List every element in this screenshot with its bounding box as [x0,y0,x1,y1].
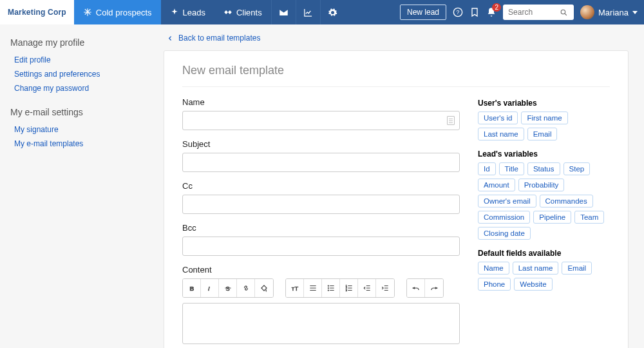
sidebar-heading-email: My e-mail settings [10,107,138,117]
strike-button[interactable]: S [219,279,237,297]
svg-text:?: ? [457,9,460,15]
bcc-input[interactable] [182,237,460,256]
default-vars-heading: Default fields available [478,249,610,258]
content-editor[interactable] [182,303,460,344]
bold-button[interactable]: B [183,279,201,297]
lead-var-chip-3[interactable]: Step [564,162,591,175]
italic-button[interactable]: I [201,279,219,297]
user-var-chip-1[interactable]: First name [521,111,567,124]
search-icon [560,8,568,17]
lead-var-chip-4[interactable]: Amount [478,179,515,191]
align-button[interactable] [304,279,322,297]
sidebar-link-email-templates[interactable]: My e-mail templates [14,137,138,151]
list-ol-button[interactable]: 123 [340,279,358,297]
default-var-chip-3[interactable]: Phone [478,278,511,291]
label-cc: Cc [182,181,460,191]
new-lead-button[interactable]: New lead [400,5,446,20]
notifications-icon[interactable]: 2 [486,7,497,17]
card: New email template Name Subject [164,50,629,348]
search-input[interactable] [508,8,560,17]
chart-icon[interactable] [296,0,320,24]
notes-icon[interactable] [447,116,455,125]
main: Back to email templates New email templa… [148,24,644,348]
svg-text:I: I [208,285,210,292]
user-vars-heading: User's variables [478,99,610,108]
sidebar-link-signature[interactable]: My signature [14,122,138,137]
user-var-chip-2[interactable]: Last name [478,128,524,140]
username: Mariana [598,8,629,17]
default-var-chip-1[interactable]: Last name [513,262,559,275]
lead-var-chip-11[interactable]: Closing date [478,227,531,240]
label-name: Name [182,97,460,107]
svg-text:3: 3 [345,289,346,292]
chevron-left-icon [167,35,173,41]
lead-var-chip-0[interactable]: Id [478,162,496,175]
lead-var-chip-1[interactable]: Title [499,162,524,175]
lead-var-chip-5[interactable]: Probability [518,179,565,191]
outdent-button[interactable] [358,279,376,297]
lead-var-chip-6[interactable]: Owner's email [478,195,536,208]
user-menu[interactable]: Mariana [580,5,638,19]
svg-text:T: T [294,285,298,292]
iconbar [271,0,345,24]
tab-leads[interactable]: Leads [161,0,214,24]
link-button[interactable] [237,279,255,297]
tab-cold-prospects[interactable]: Cold prospects [74,0,161,24]
list-ul-button[interactable] [322,279,340,297]
lead-vars-heading: Lead's variables [478,150,610,159]
subject-input[interactable] [182,153,460,172]
editor-toolbar: B I S TT 123 [182,278,460,298]
svg-point-10 [328,287,329,289]
lead-var-chip-8[interactable]: Commission [478,211,530,224]
default-var-chip-0[interactable]: Name [478,262,509,275]
user-var-chip-0[interactable]: User's id [478,111,518,124]
label-content: Content [182,265,460,275]
sidebar-link-settings[interactable]: Settings and preferences [14,67,138,81]
brand-logo[interactable]: Marketing Corp [0,0,74,24]
lead-var-chip-2[interactable]: Status [527,162,560,175]
gear-icon[interactable] [320,0,345,24]
snowflake-icon [83,8,92,17]
lead-var-chip-7[interactable]: Commandes [540,195,593,208]
user-var-chip-3[interactable]: Email [527,128,558,140]
bookmark-icon[interactable] [469,7,480,17]
chevron-down-icon [632,11,638,14]
help-icon[interactable]: ? [453,7,463,17]
sidebar: Manage my profile Edit profile Settings … [0,24,148,348]
back-link[interactable]: Back to email templates [167,34,629,43]
undo-button[interactable] [407,279,425,297]
default-var-chip-2[interactable]: Email [562,262,592,275]
svg-text:S: S [225,285,229,292]
cc-input[interactable] [182,195,460,214]
svg-point-2 [561,10,565,14]
card-title: New email template [182,64,610,87]
tab-clients[interactable]: Clients [214,0,271,24]
lead-var-chip-10[interactable]: Team [574,211,604,224]
default-var-chip-4[interactable]: Website [514,278,552,291]
name-input[interactable] [182,111,460,130]
notification-badge: 2 [492,3,501,12]
fill-button[interactable] [255,279,273,297]
topbar-right: New lead ? 2 Mariana [393,0,644,24]
mail-icon[interactable] [271,0,296,24]
svg-text:B: B [189,285,194,292]
variables-panel: User's variables User's idFirst nameLast… [478,97,610,348]
handshake-icon [223,8,232,17]
textsize-button[interactable]: TT [286,279,304,297]
svg-point-9 [328,285,329,287]
svg-point-11 [328,290,329,291]
label-bcc: Bcc [182,223,460,233]
sidebar-heading-profile: Manage my profile [10,37,138,48]
topbar: Marketing Corp Cold prospects Leads Clie… [0,0,644,24]
indent-button[interactable] [376,279,394,297]
search-box[interactable] [503,5,574,20]
sidebar-link-edit-profile[interactable]: Edit profile [14,53,138,67]
lead-var-chip-9[interactable]: Pipeline [533,211,571,224]
sidebar-link-change-password[interactable]: Change my password [14,81,138,95]
avatar [580,5,594,19]
label-subject: Subject [182,139,460,149]
nav-tabs: Cold prospects Leads Clients [74,0,271,24]
redo-button[interactable] [425,279,443,297]
sparkle-icon [170,8,179,17]
